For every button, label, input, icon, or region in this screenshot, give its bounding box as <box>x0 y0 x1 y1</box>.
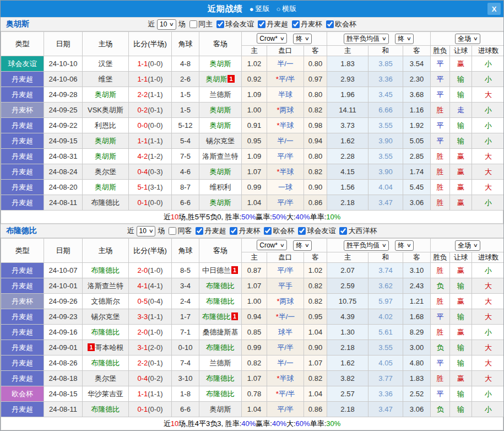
cell-odds-handicap: 球半 <box>267 325 304 340</box>
team-link[interactable]: 利恩比 <box>95 121 116 130</box>
league-filter[interactable]: 欧会杯 <box>326 19 356 29</box>
summary-part: 场,胜5平5负0, 胜率: <box>178 212 241 222</box>
team-link[interactable]: 洛斯查兰特 <box>203 152 239 160</box>
cell-avg-draw: 3.77 <box>368 371 403 386</box>
team-link[interactable]: 奥胡斯 <box>95 137 116 145</box>
team-link[interactable]: 布隆德比 <box>206 374 235 382</box>
team-link[interactable]: 奥胡斯 <box>210 405 231 413</box>
league-filter[interactable]: 球会友谊 <box>298 226 335 236</box>
team-link[interactable]: 布隆德比 <box>91 405 120 413</box>
team-link[interactable]: 奥胡斯 <box>210 60 231 68</box>
cell-handicap-result: 赢 <box>450 263 472 278</box>
team-link[interactable]: 锡尔克堡 <box>206 137 235 145</box>
team-link[interactable]: 桑德捷斯基 <box>203 328 239 336</box>
league-checkbox[interactable] <box>339 227 347 235</box>
league-filter[interactable]: 丹麦杯 <box>292 19 322 29</box>
same-venue-checkbox[interactable] <box>189 20 197 28</box>
games-count-select[interactable]: 10∨ <box>137 226 156 236</box>
odds-stage-select[interactable]: 终∨ <box>293 240 312 251</box>
league-filter[interactable]: 球会友谊 <box>216 19 254 29</box>
odds-source-select[interactable]: Crow*∨ <box>257 240 286 250</box>
team-link[interactable]: 布隆德比 <box>206 390 235 398</box>
league-checkbox[interactable] <box>258 20 265 28</box>
team-link[interactable]: 华沙莱吉亚 <box>88 390 123 398</box>
league-filter[interactable]: 欧会杯 <box>264 226 294 236</box>
team-link[interactable]: 锡尔克堡 <box>91 313 120 321</box>
scope-select[interactable]: 全场∨ <box>455 34 480 44</box>
avg-stage-value: 终 <box>398 34 404 44</box>
cell-odds-handicap: 平/半 <box>267 402 304 417</box>
team-link[interactable]: 兰德斯 <box>210 90 231 99</box>
summary-part: 50% <box>241 213 256 221</box>
chevron-down-icon: ∨ <box>382 243 387 248</box>
team-name[interactable]: 布隆德比 <box>6 226 37 236</box>
summary-part: 大: <box>286 212 296 222</box>
handicap-name: 半球 <box>278 90 292 99</box>
team-link[interactable]: 布隆德比 <box>206 282 235 290</box>
team-link[interactable]: 奥胡斯 <box>210 121 231 130</box>
team-link[interactable]: 奥胡斯 <box>95 183 116 191</box>
team-link[interactable]: 奥胡斯 <box>95 90 116 99</box>
team-link[interactable]: 布隆德比 <box>206 343 235 352</box>
cell-score: 4-2(1-2) <box>129 149 172 164</box>
team-name[interactable]: 奥胡斯 <box>6 19 29 29</box>
scope-value: 全场 <box>458 241 471 250</box>
league-checkbox[interactable] <box>292 20 300 28</box>
odds-source-select[interactable]: Crow*∨ <box>257 33 286 44</box>
team-link[interactable]: 奥胡斯 <box>210 106 231 114</box>
avg-type-select[interactable]: 胜平负均值∨ <box>344 34 389 44</box>
team-link[interactable]: 奥尔堡 <box>95 374 116 382</box>
games-count-select[interactable]: 10∨ <box>157 19 176 30</box>
score-halftime: (0-0) <box>148 60 162 68</box>
league-filter[interactable]: 丹麦超 <box>196 226 226 236</box>
layout-radio-vertical[interactable]: ● 竖版 <box>245 4 270 14</box>
team-link[interactable]: 奥胡斯 <box>210 198 231 207</box>
team-link[interactable]: 中日德兰 <box>202 266 231 274</box>
league-checkbox[interactable] <box>298 227 306 235</box>
close-icon[interactable]: X <box>487 3 501 15</box>
team-link[interactable]: 兰德斯 <box>210 359 231 367</box>
team-link[interactable]: 奥胡斯 <box>210 168 231 176</box>
same-venue-filter[interactable]: 同主 <box>189 19 213 29</box>
odds-stage-select[interactable]: 终∨ <box>293 34 312 44</box>
league-checkbox[interactable] <box>216 20 224 28</box>
same-venue-filter[interactable]: 同客 <box>169 226 192 236</box>
team-link[interactable]: 布隆德比 <box>91 266 120 274</box>
avg-type-select[interactable]: 胜平负均值∨ <box>344 240 389 251</box>
team-link[interactable]: 哥本哈根 <box>95 343 124 352</box>
cell-odds-handicap: 半球 <box>267 87 304 103</box>
score-fulltime: 1-1 <box>137 390 148 398</box>
team-link[interactable]: 布隆德比 <box>202 313 231 321</box>
team-link[interactable]: 奥胡斯 <box>205 75 227 83</box>
team-link[interactable]: 维积利 <box>210 183 231 191</box>
league-filter[interactable]: 丹麦超 <box>258 19 288 29</box>
odds-source-value: Crow* <box>259 35 278 42</box>
summary-part: 40% <box>272 419 286 428</box>
team-link[interactable]: 维堡 <box>99 75 113 83</box>
team-link[interactable]: 布隆德比 <box>91 359 120 367</box>
team-link[interactable]: 布隆德比 <box>91 198 120 207</box>
team-link[interactable]: 文德斯尔 <box>91 297 120 305</box>
team-link[interactable]: 布隆德比 <box>206 297 235 305</box>
score-fulltime: 2-0 <box>137 266 148 274</box>
cell-score: 2-2(1-1) <box>129 87 172 103</box>
league-checkbox[interactable] <box>326 20 334 28</box>
league-filter[interactable]: 大西洋杯 <box>339 226 377 236</box>
avg-stage-select[interactable]: 终∨ <box>395 240 414 251</box>
cell-home-team: 布隆德比 <box>83 402 129 417</box>
team-link[interactable]: 奥胡斯 <box>95 152 116 160</box>
chevron-down-icon: ∨ <box>473 36 478 41</box>
team-link[interactable]: 布隆德比 <box>91 328 120 336</box>
scope-select[interactable]: 全场∨ <box>455 240 480 251</box>
league-filter[interactable]: 丹麦杯 <box>230 226 260 236</box>
layout-radio-horizontal[interactable]: ○ 横版 <box>272 4 297 14</box>
league-checkbox[interactable] <box>196 227 203 235</box>
team-link[interactable]: VSK奥胡斯 <box>88 106 123 114</box>
league-checkbox[interactable] <box>264 227 272 235</box>
team-link[interactable]: 汉堡 <box>99 60 113 68</box>
team-link[interactable]: 洛斯查兰特 <box>88 282 123 290</box>
team-link[interactable]: 奥尔堡 <box>95 168 116 176</box>
same-venue-checkbox[interactable] <box>169 227 176 235</box>
league-checkbox[interactable] <box>230 227 237 235</box>
avg-stage-select[interactable]: 终∨ <box>395 34 414 44</box>
